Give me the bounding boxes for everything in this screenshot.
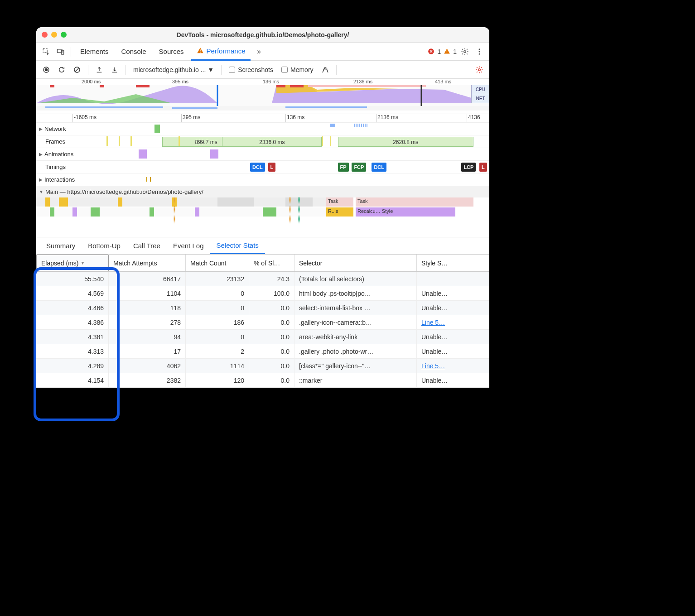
garbage-collect-button[interactable] bbox=[319, 63, 332, 76]
table-row[interactable]: 4.46611800.0select:-internal-list-box …U… bbox=[36, 301, 489, 315]
cell-elapsed: 4.569 bbox=[36, 286, 109, 300]
flame-bar[interactable]: Task bbox=[326, 197, 353, 207]
main-thread-header[interactable]: ▼ Main — https://microsoftedge.github.io… bbox=[36, 186, 489, 197]
tab-label: Elements bbox=[80, 48, 109, 55]
col-pct-slow[interactable]: % of Sl… bbox=[249, 255, 294, 271]
track-animations[interactable]: ▶Animations bbox=[36, 148, 489, 160]
device-toolbar-icon[interactable] bbox=[54, 45, 67, 58]
col-match-count[interactable]: Match Count bbox=[186, 255, 249, 271]
svg-point-9 bbox=[479, 48, 480, 50]
timing-marker[interactable]: DCL bbox=[372, 163, 386, 172]
table-row[interactable]: 4.15423821200.0::markerUnable… bbox=[36, 373, 489, 388]
flame-bar[interactable]: R...s bbox=[326, 207, 353, 217]
svg-rect-38 bbox=[72, 207, 77, 217]
svg-rect-18 bbox=[100, 85, 104, 87]
warning-icon bbox=[197, 47, 204, 54]
tab-event-log[interactable]: Event Log bbox=[167, 237, 210, 254]
tab-summary[interactable]: Summary bbox=[40, 237, 82, 254]
ruler-tick: 136 ms bbox=[285, 114, 304, 122]
tabs-overflow-button[interactable]: » bbox=[252, 45, 265, 58]
timing-marker[interactable]: FP bbox=[338, 163, 349, 172]
cell-stylesheet: Unable… bbox=[417, 330, 489, 344]
flame-bar[interactable]: Task bbox=[356, 197, 473, 207]
cell-stylesheet: Unable… bbox=[417, 344, 489, 358]
ruler-tick: 395 ms bbox=[172, 79, 188, 84]
cell-selector: html body .ps-tooltip[po… bbox=[294, 286, 417, 300]
screenshots-checkbox[interactable]: Screenshots bbox=[226, 66, 276, 73]
tab-performance[interactable]: Performance bbox=[191, 43, 251, 61]
table-row[interactable]: 55.540664172313224.3(Totals for all sele… bbox=[36, 272, 489, 286]
expand-icon: ▶ bbox=[39, 152, 43, 157]
track-title: Timings bbox=[45, 164, 66, 170]
detail-tabstrip: Summary Bottom-Up Call Tree Event Log Se… bbox=[36, 237, 489, 255]
cell-elapsed: 4.154 bbox=[36, 373, 109, 387]
track-timings[interactable]: Timings DCLLFPFCPDCLLCPL bbox=[36, 160, 489, 173]
tab-bottom-up[interactable]: Bottom-Up bbox=[82, 237, 127, 254]
capture-settings-icon[interactable] bbox=[473, 63, 486, 76]
col-stylesheet[interactable]: Style S… bbox=[417, 255, 489, 271]
timing-marker[interactable]: LCP bbox=[461, 163, 476, 172]
track-title: Animations bbox=[44, 151, 73, 158]
stylesheet-link[interactable]: Line 5… bbox=[421, 362, 445, 370]
timeline-overview[interactable]: 2000 ms 395 ms 136 ms 2136 ms 413 ms bbox=[36, 79, 489, 114]
table-row[interactable]: 4.3819400.0area:-webkit-any-linkUnable… bbox=[36, 330, 489, 344]
more-menu-icon[interactable] bbox=[473, 45, 486, 58]
clear-button[interactable] bbox=[71, 63, 83, 76]
tab-elements[interactable]: Elements bbox=[75, 43, 114, 61]
window-titlebar: DevTools - microsoftedge.github.io/Demos… bbox=[36, 27, 489, 43]
cell-selector: ::marker bbox=[294, 373, 417, 387]
track-frames[interactable]: Frames 899.7 ms2336.0 ms2620.8 ms bbox=[36, 135, 489, 148]
frame-span[interactable]: 2620.8 ms bbox=[338, 137, 473, 147]
download-profile-button[interactable] bbox=[108, 63, 121, 76]
timing-marker[interactable]: DCL bbox=[250, 163, 265, 172]
col-selector[interactable]: Selector bbox=[294, 255, 417, 271]
timing-marker[interactable]: L bbox=[479, 163, 487, 172]
window-minimize-button[interactable] bbox=[51, 32, 57, 38]
cell-pct: 0.0 bbox=[249, 315, 294, 329]
memory-checkbox[interactable]: Memory bbox=[279, 66, 316, 73]
reload-record-button[interactable] bbox=[55, 63, 68, 76]
cell-stylesheet: Unable… bbox=[417, 373, 489, 387]
window-maximize-button[interactable] bbox=[61, 32, 67, 38]
cell-count: 1114 bbox=[186, 359, 249, 373]
table-row[interactable]: 4.3862781860.0.gallery-icon--camera::b…L… bbox=[36, 315, 489, 330]
main-flame-rows[interactable]: TaskTaskR...sRecalcu… Style bbox=[36, 197, 489, 224]
window-close-button[interactable] bbox=[42, 32, 48, 38]
svg-rect-36 bbox=[150, 207, 154, 217]
stylesheet-link[interactable]: Line 5… bbox=[421, 319, 445, 326]
cell-elapsed: 55.540 bbox=[36, 272, 109, 286]
console-status[interactable]: 1 1 bbox=[428, 48, 457, 55]
table-row[interactable]: 4.56911040100.0html body .ps-tooltip[po…… bbox=[36, 286, 489, 301]
timing-marker[interactable]: L bbox=[268, 163, 276, 172]
tab-console[interactable]: Console bbox=[116, 43, 152, 61]
cell-pct: 24.3 bbox=[249, 272, 294, 286]
tab-call-tree[interactable]: Call Tree bbox=[127, 237, 167, 254]
frame-span[interactable]: 2336.0 ms bbox=[222, 137, 322, 147]
cell-attempts: 2382 bbox=[109, 373, 186, 387]
timing-marker[interactable]: FCP bbox=[352, 163, 366, 172]
col-elapsed[interactable]: Elapsed (ms) ▼ bbox=[36, 255, 109, 271]
recording-selector[interactable]: microsoftedge.github.io ... ▼ bbox=[130, 66, 217, 73]
main-tabstrip: Elements Console Sources Performance » 1… bbox=[36, 43, 489, 61]
track-network[interactable]: ▶Network bbox=[36, 122, 489, 135]
recording-label: microsoftedge.github.io ... bbox=[133, 66, 206, 73]
tab-label: Console bbox=[121, 48, 146, 55]
table-row[interactable]: 4.289406211140.0[class*=" gallery-icon--… bbox=[36, 359, 489, 373]
cell-selector: [class*=" gallery-icon--"… bbox=[294, 359, 417, 373]
flamechart-panel[interactable]: -1605 ms 395 ms 136 ms 2136 ms 4136 ▶Net… bbox=[36, 114, 489, 237]
cell-selector: area:-webkit-any-link bbox=[294, 330, 417, 344]
tab-selector-stats[interactable]: Selector Stats bbox=[210, 237, 265, 254]
record-button[interactable] bbox=[40, 63, 53, 76]
table-row[interactable]: 4.3131720.0.gallery .photo .photo-wr…Una… bbox=[36, 344, 489, 359]
tab-sources[interactable]: Sources bbox=[154, 43, 189, 61]
ruler-tick: 395 ms bbox=[181, 114, 200, 122]
cell-pct: 0.0 bbox=[249, 344, 294, 358]
flame-bar[interactable]: Recalcu… Style bbox=[356, 207, 455, 217]
col-match-attempts[interactable]: Match Attempts bbox=[109, 255, 186, 271]
upload-profile-button[interactable] bbox=[93, 63, 106, 76]
divider bbox=[71, 47, 71, 57]
devtools-window: DevTools - microsoftedge.github.io/Demos… bbox=[36, 27, 489, 388]
track-interactions[interactable]: ▶Interactions bbox=[36, 173, 489, 186]
inspect-element-icon[interactable] bbox=[40, 45, 53, 58]
settings-icon[interactable] bbox=[459, 45, 471, 58]
